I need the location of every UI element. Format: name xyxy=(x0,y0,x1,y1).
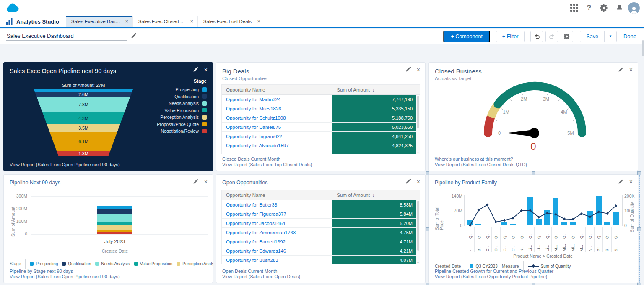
resize-handle[interactable] xyxy=(637,227,641,231)
opportunity-link[interactable]: Opportunity for Zimmerman1763 xyxy=(222,228,332,237)
resize-handle[interactable] xyxy=(532,171,535,175)
resize-handle[interactable] xyxy=(426,227,429,231)
resize-handle[interactable] xyxy=(532,283,535,285)
column-header-name[interactable]: Opportunity Name xyxy=(222,87,332,92)
legend-item-label: Prospecting xyxy=(36,261,58,266)
tab-sales-executive-dashboard[interactable]: Sales Executive Dashboard × xyxy=(66,16,133,27)
opportunity-link[interactable]: Opportunity for Jacobs1464 xyxy=(222,219,332,227)
widget-closed-business-gauge[interactable]: Closed Business Actuals vs Target × 01M2… xyxy=(428,62,638,171)
resize-handle[interactable] xyxy=(426,283,429,285)
column-header-name[interactable]: Opportunity Name xyxy=(222,193,332,198)
edit-widget-pencil-icon[interactable] xyxy=(405,179,411,184)
opportunity-link[interactable]: Opportunity for Bush283 xyxy=(222,256,332,264)
opportunity-link[interactable]: Opportunity for Barnett1692 xyxy=(222,237,332,246)
legend-color-chip xyxy=(202,108,207,112)
edit-widget-pencil-icon[interactable] xyxy=(618,179,623,184)
view-report-link[interactable]: View Report (Sales Exec Open Deals) xyxy=(222,274,300,280)
add-component-button[interactable]: + Component xyxy=(443,31,490,42)
legend-item-label: Perception Analysis xyxy=(182,261,213,266)
analytics-studio-home[interactable]: Analytics Studio xyxy=(0,16,66,27)
view-report-link[interactable]: View Report (Sales Exec Open Pipeline ne… xyxy=(10,162,120,167)
table-scrollbar[interactable]: ▼ xyxy=(416,200,420,264)
opportunity-link[interactable]: Opportunity for Figueroa377 xyxy=(222,209,332,218)
page-scrollbar[interactable] xyxy=(642,40,644,56)
save-button[interactable]: Save xyxy=(580,31,604,42)
category-date-label: Q... xyxy=(579,228,584,239)
remove-widget-icon[interactable]: × xyxy=(204,67,208,72)
category-product-label: C... xyxy=(485,241,490,251)
view-report-link[interactable]: View Report (Sales Exec Opportunity Prod… xyxy=(435,274,553,280)
dashboard-title-input[interactable]: Sales Executive Dashboard xyxy=(6,32,127,41)
app-launcher-icon[interactable] xyxy=(568,2,580,14)
redo-button[interactable] xyxy=(545,31,558,42)
tab-sales-exec-closed-deals[interactable]: Sales Exec Closed Deals by ... × xyxy=(133,16,198,27)
table-row[interactable]: Opportunity for Schultz10085,188,750 xyxy=(222,113,420,123)
table-row[interactable]: Opportunity for Jacobs14645.20M xyxy=(222,219,420,228)
widget-pipeline-next-90-days[interactable]: Pipeline Next 90 days × Sum of Amount Ju… xyxy=(3,174,213,283)
widget-open-opportunities[interactable]: Open Opportunities × Opportunity Name Su… xyxy=(216,174,426,283)
save-menu-button[interactable]: ▼ xyxy=(604,31,617,42)
remove-widget-icon[interactable]: × xyxy=(629,67,633,72)
done-button[interactable]: Done xyxy=(623,33,636,39)
column-header-amount[interactable]: Sum of Amount ↓ xyxy=(332,87,420,92)
amount-cell: 7,747,190 xyxy=(332,95,416,104)
edit-widget-pencil-icon[interactable] xyxy=(193,179,198,184)
category-date-label: Q... xyxy=(596,228,601,239)
resize-handle[interactable] xyxy=(637,283,641,285)
user-avatar[interactable] xyxy=(628,2,640,14)
remove-widget-icon[interactable]: × xyxy=(629,179,633,184)
table-row[interactable]: Opportunity for Ingram6224,841,250 xyxy=(222,132,420,141)
remove-widget-icon[interactable]: × xyxy=(417,67,420,72)
scroll-down-icon[interactable]: ▼ xyxy=(416,261,420,264)
legend-item: Proposal/Price Quote xyxy=(157,121,207,128)
remove-widget-icon[interactable]: × xyxy=(204,179,208,184)
table-row[interactable]: Opportunity for Miles18265,335,150 xyxy=(222,104,420,113)
edit-widget-pencil-icon[interactable] xyxy=(405,67,411,72)
bar xyxy=(544,210,550,226)
table-scrollbar[interactable]: ▼ xyxy=(416,95,420,154)
close-tab-icon[interactable]: × xyxy=(257,18,260,24)
setup-gear-icon[interactable] xyxy=(598,2,610,14)
opportunity-link[interactable]: Opportunity for Miles1826 xyxy=(222,104,332,113)
widget-open-pipeline-funnel[interactable]: Sales Exec Open Pipeline next 90 days × … xyxy=(3,62,213,171)
add-filter-button[interactable]: + Filter xyxy=(496,31,525,42)
view-report-link[interactable]: View Report (Sales Exec Open Pipeline ne… xyxy=(10,274,120,280)
resize-handle[interactable] xyxy=(637,171,641,175)
table-row[interactable]: Opportunity for Barnett16924.71M xyxy=(222,237,420,246)
close-tab-icon[interactable]: × xyxy=(125,18,128,24)
dashboard-settings-button[interactable] xyxy=(561,31,573,42)
opportunity-link[interactable]: Opportunity for Edwards146 xyxy=(222,246,332,255)
notifications-bell-icon[interactable] xyxy=(613,2,626,14)
edit-widget-pencil-icon[interactable] xyxy=(193,67,198,72)
undo-button[interactable] xyxy=(530,31,543,42)
view-report-link[interactable]: View Report (Sales Exec Top Closed Deals… xyxy=(222,162,312,167)
table-row[interactable]: Opportunity for Figueroa3775.84M xyxy=(222,209,420,219)
opportunity-link[interactable]: Opportunity for Ingram622 xyxy=(222,132,332,141)
tab-sales-exec-lost-deals[interactable]: Sales Exec Lost Deals × xyxy=(198,16,265,27)
opportunity-link[interactable]: Opportunity for Butler33 xyxy=(222,200,332,209)
table-row[interactable]: Opportunity for Daniel8755,023,650 xyxy=(222,123,420,132)
remove-widget-icon[interactable]: × xyxy=(417,179,420,184)
x-axis-category: Q...Li... xyxy=(543,227,552,252)
table-row[interactable]: Opportunity for Zimmerman17634.75M xyxy=(222,228,420,237)
opportunity-link[interactable]: Opportunity for Schultz1008 xyxy=(222,113,332,122)
edit-title-pencil-icon[interactable] xyxy=(131,33,136,40)
help-icon[interactable]: ? xyxy=(583,2,595,14)
table-row[interactable]: Opportunity for Alvarado15974,824,325 xyxy=(222,141,420,150)
table-row[interactable]: Opportunity for Butler338.58M xyxy=(222,200,420,209)
opportunity-link[interactable]: Opportunity for Alvarado1597 xyxy=(222,141,332,150)
table-row[interactable]: Opportunity for Edwards1464.21M xyxy=(222,246,420,256)
widget-big-deals[interactable]: Big Deals Closed Opportunities × Opportu… xyxy=(216,62,426,171)
widget-description: Open Deals Current Month xyxy=(222,269,300,274)
opportunity-link[interactable]: Opportunity for Daniel875 xyxy=(222,123,332,131)
edit-widget-pencil-icon[interactable] xyxy=(618,67,623,72)
column-header-amount[interactable]: Sum of Amount ↓ xyxy=(332,193,420,198)
close-tab-icon[interactable]: × xyxy=(190,18,193,24)
opportunity-link[interactable]: Opportunity for Martin324 xyxy=(222,95,332,104)
scroll-down-icon[interactable]: ▼ xyxy=(416,151,420,154)
widget-pipeline-by-product-family[interactable]: Pipeline by Product Family × Sum of Tota… xyxy=(428,174,638,283)
view-report-link[interactable]: View Report (Sales Exec Closed Deals QTD… xyxy=(435,162,527,167)
table-row[interactable]: Opportunity for Bush2834.07M xyxy=(222,256,420,264)
table-row[interactable]: Opportunity for Martin3247,747,190 xyxy=(222,95,420,104)
resize-handle[interactable] xyxy=(426,171,429,175)
